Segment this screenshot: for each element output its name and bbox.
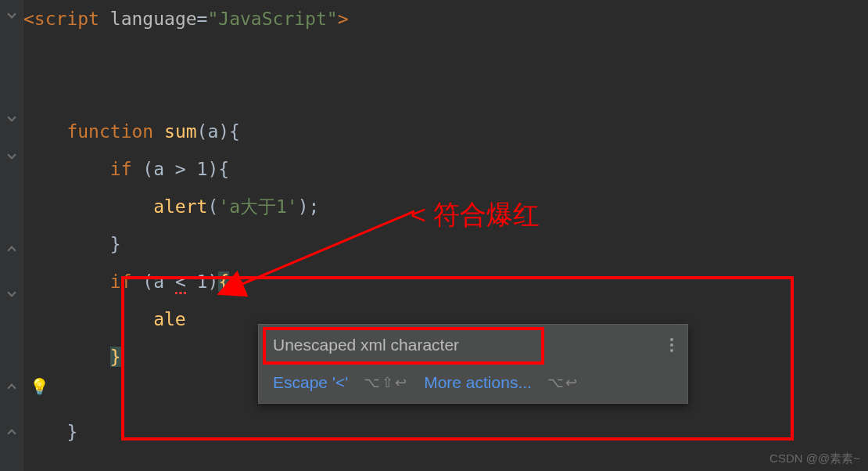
equals: = — [197, 9, 208, 29]
more-icon[interactable] — [670, 338, 673, 352]
tag-close: > — [338, 9, 349, 29]
fold-chevron-icon[interactable] — [7, 150, 16, 159]
escape-action-link[interactable]: Escape '<' — [273, 373, 348, 392]
tag-name: script — [34, 9, 99, 29]
fold-chevron-icon[interactable] — [7, 429, 16, 437]
more-actions-link[interactable]: More actions... — [424, 373, 532, 392]
brace-match: } — [110, 347, 121, 367]
attr-name: language — [110, 9, 197, 29]
shortcut-hint: ⌥⇧↩ — [364, 374, 408, 391]
condition: (a > 1){ — [131, 159, 229, 179]
brace-close: } — [110, 234, 121, 254]
tag-open: < — [23, 9, 34, 29]
fold-chevron-icon[interactable] — [7, 288, 16, 297]
function-name: sum — [164, 121, 197, 142]
annotation-arrow — [227, 203, 430, 305]
shortcut-hint: ⌥↩ — [547, 374, 579, 391]
fn-alert: alert — [153, 196, 207, 217]
watermark: CSDN @@素素~ — [769, 451, 860, 466]
kw-function: function — [66, 121, 153, 142]
gutter — [0, 0, 23, 471]
attr-value: "JavaScript" — [207, 9, 337, 29]
paren: ( — [207, 196, 218, 217]
annotation-box-small — [263, 327, 544, 365]
svg-line-0 — [239, 211, 414, 286]
fold-chevron-icon[interactable] — [7, 113, 16, 121]
fold-chevron-icon[interactable] — [7, 246, 16, 254]
kw-if: if — [110, 159, 132, 179]
fold-chevron-icon[interactable] — [7, 9, 16, 18]
brace-close: } — [66, 422, 77, 442]
fold-chevron-icon[interactable] — [7, 383, 16, 392]
params: (a){ — [197, 121, 240, 142]
